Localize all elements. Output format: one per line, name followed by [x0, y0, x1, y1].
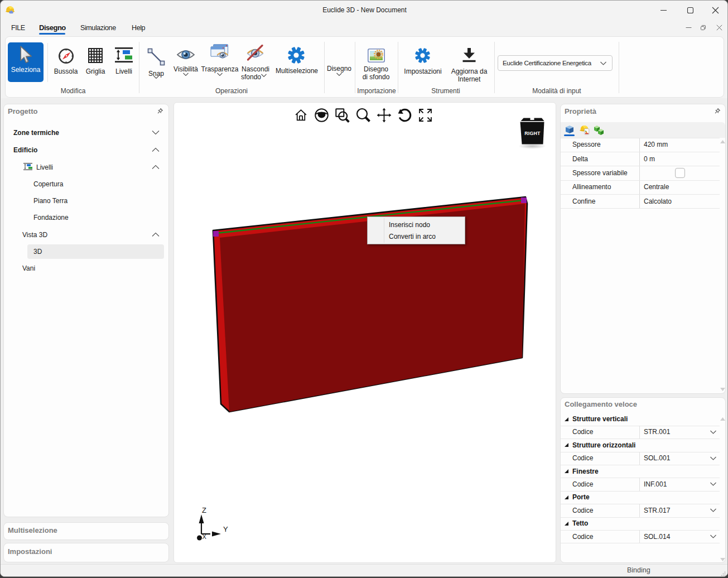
svg-text:Y: Y — [223, 525, 228, 533]
svg-text:Z: Z — [202, 506, 206, 514]
svg-text:X: X — [203, 533, 207, 540]
